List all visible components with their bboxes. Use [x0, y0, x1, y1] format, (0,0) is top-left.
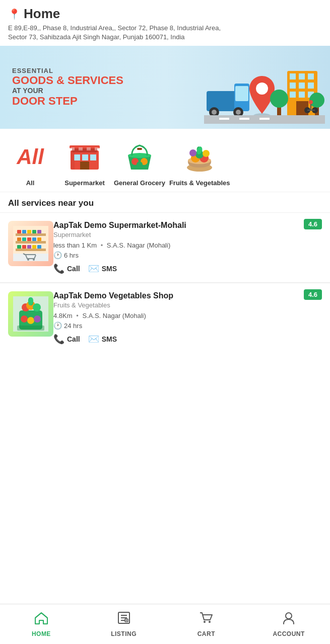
- store-list: AapTak Demo Supermarket-Mohali Supermark…: [0, 212, 330, 353]
- nav-listing[interactable]: LISTING: [83, 607, 165, 641]
- page-title: Home: [24, 6, 60, 22]
- phone-icon-2: 📞: [53, 334, 64, 345]
- header: 📍 Home E 89,E-89,, Phase 8, Industrial A…: [0, 0, 330, 46]
- nav-home-label: HOME: [32, 630, 51, 637]
- svg-rect-41: [71, 147, 75, 150]
- dot-1: •: [101, 242, 105, 249]
- clock-icon-1: 🕐: [53, 251, 62, 259]
- store-card-2[interactable]: AapTak Demo Vegetables Shop Fruits & Veg…: [0, 283, 330, 353]
- svg-rect-72: [37, 237, 41, 241]
- store-image-2: [8, 291, 53, 337]
- svg-rect-93: [17, 326, 44, 331]
- call-button-2[interactable]: 📞 Call: [53, 334, 80, 345]
- store-hours-text-2: 24 hrs: [64, 322, 82, 330]
- store-card-1[interactable]: AapTak Demo Supermarket-Mohali Supermark…: [0, 212, 330, 282]
- svg-rect-71: [32, 237, 36, 241]
- nav-home[interactable]: HOME: [0, 607, 83, 641]
- svg-point-102: [209, 621, 211, 623]
- svg-point-90: [21, 315, 28, 323]
- banner-content: ESSENTIAL GOODS & SERVICES AT YOUR DOOR …: [0, 57, 330, 118]
- category-all[interactable]: All All: [5, 139, 55, 187]
- store-info-2: AapTak Demo Vegetables Shop Fruits & Veg…: [53, 291, 322, 345]
- header-title-row: 📍 Home: [8, 6, 322, 22]
- bottom-spacer: [0, 353, 330, 398]
- rating-badge-2: 4.6: [304, 289, 322, 300]
- rating-badge-1: 4.6: [304, 219, 322, 229]
- svg-rect-38: [90, 154, 96, 160]
- sms-button-2[interactable]: ✉️ SMS: [88, 334, 117, 345]
- category-general-grocery[interactable]: General Grocery: [114, 139, 165, 187]
- svg-point-48: [137, 162, 143, 168]
- supermarket-icon-wrap: [67, 139, 103, 175]
- bottom-nav: HOME LISTING CART: [0, 604, 330, 644]
- fruits-icon: [183, 140, 216, 174]
- store-name-1: AapTak Demo Supermarket-Mohali: [53, 221, 322, 230]
- address-line2: Sector 73, Sahibzada Ajit Singh Nagar, P…: [8, 33, 185, 41]
- supermarket-store-svg: [13, 226, 48, 261]
- store-image-1: [8, 221, 53, 266]
- sms-button-1[interactable]: ✉️ SMS: [88, 263, 117, 274]
- category-grocery-label: General Grocery: [114, 179, 165, 187]
- svg-rect-67: [37, 230, 41, 233]
- svg-point-55: [189, 149, 196, 156]
- store-type-2: Fruits & Vegetables: [53, 301, 322, 309]
- category-fruits-label: Fruits & Vegetables: [169, 179, 230, 187]
- svg-point-101: [204, 621, 206, 623]
- store-actions-1: 📞 Call ✉️ SMS: [53, 263, 322, 274]
- svg-rect-43: [87, 147, 91, 150]
- address-line1: E 89,E-89,, Phase 8, Industrial Area,, S…: [8, 24, 221, 32]
- svg-rect-69: [22, 237, 26, 241]
- call-label-1: Call: [67, 265, 80, 273]
- listing-icon: [117, 611, 131, 628]
- nav-listing-label: LISTING: [111, 630, 137, 637]
- svg-rect-61: [16, 241, 46, 244]
- svg-point-80: [33, 259, 35, 261]
- store-location-2: S.A.S. Nagar (Mohali): [82, 312, 146, 319]
- home-icon: [34, 611, 48, 628]
- category-supermarket[interactable]: Supermarket: [59, 139, 110, 187]
- svg-rect-73: [17, 245, 21, 249]
- store-hours-1: 🕐 6 hrs: [53, 251, 322, 259]
- grocery-icon: [123, 140, 156, 174]
- store-distance-2: 4.8Km: [53, 312, 73, 319]
- categories-row: All All Supermarket: [0, 129, 330, 192]
- supermarket-icon: [68, 140, 101, 174]
- svg-point-91: [27, 317, 34, 324]
- svg-rect-65: [27, 230, 31, 233]
- sms-icon-2: ✉️: [88, 334, 99, 345]
- section-heading: All services near you: [0, 192, 330, 212]
- header-address: E 89,E-89,, Phase 8, Industrial Area,, S…: [8, 24, 322, 42]
- sms-label-2: SMS: [102, 335, 117, 343]
- svg-rect-60: [16, 233, 46, 236]
- svg-point-56: [203, 150, 210, 157]
- sms-label-1: SMS: [102, 265, 117, 273]
- call-label-2: Call: [67, 335, 80, 343]
- svg-rect-25: [219, 118, 229, 120]
- store-info-1: AapTak Demo Supermarket-Mohali Supermark…: [53, 221, 322, 274]
- banner-line4: DOOR STEP: [12, 95, 318, 108]
- banner-line2: GOODS & SERVICES: [12, 74, 318, 87]
- svg-rect-36: [74, 154, 80, 160]
- sms-icon-1: ✉️: [88, 263, 99, 274]
- category-fruits-vegetables[interactable]: Fruits & Vegetables: [169, 139, 230, 187]
- category-supermarket-label: Supermarket: [64, 179, 104, 187]
- svg-point-87: [33, 303, 41, 311]
- store-distance-1: less than 1 Km: [53, 242, 97, 249]
- all-icon-wrap: All: [12, 139, 48, 175]
- banner-line1: ESSENTIAL: [12, 67, 318, 74]
- svg-rect-26: [239, 118, 249, 120]
- store-location-1: S.A.S. Nagar (Mohali): [107, 242, 170, 249]
- call-button-1[interactable]: 📞 Call: [53, 263, 80, 274]
- account-icon: [282, 611, 296, 628]
- svg-rect-62: [16, 249, 46, 251]
- svg-rect-75: [27, 245, 31, 249]
- svg-rect-39: [80, 162, 89, 170]
- svg-rect-42: [79, 147, 83, 150]
- nav-account[interactable]: ACCOUNT: [247, 607, 330, 641]
- banner: ESSENTIAL GOODS & SERVICES AT YOUR DOOR …: [0, 46, 330, 129]
- dot-2: •: [76, 312, 80, 319]
- store-meta-1: less than 1 Km • S.A.S. Nagar (Mohali): [53, 242, 322, 249]
- nav-cart[interactable]: CART: [165, 607, 248, 641]
- store-type-1: Supermarket: [53, 231, 322, 238]
- store-meta-2: 4.8Km • S.A.S. Nagar (Mohali): [53, 312, 322, 319]
